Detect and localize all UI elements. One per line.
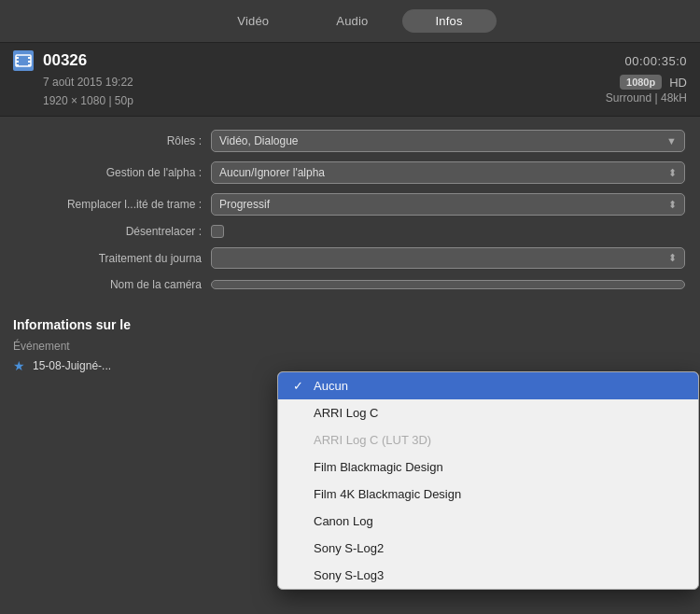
- clip-name: 00326: [43, 51, 87, 70]
- dropdown-item-label: Film 4K Blackmagic Design: [314, 487, 461, 501]
- roles-arrow-icon: ▼: [666, 135, 677, 147]
- clip-date: 7 août 2015 19:22: [43, 76, 133, 89]
- dropdown-item-sony-slog2[interactable]: Sony S-Log2: [278, 535, 698, 562]
- svg-rect-6: [28, 64, 31, 66]
- alpha-value: Aucun/Ignorer l'alpha: [219, 166, 325, 179]
- tab-infos[interactable]: Infos: [402, 9, 497, 33]
- deinterlace-label: Désentrelacer :: [15, 225, 211, 238]
- resolution-text: 1920 × 1080 | 50p: [43, 94, 133, 107]
- roles-label: Rôles :: [15, 134, 211, 147]
- journal-dropdown[interactable]: ⬍: [211, 247, 685, 269]
- svg-rect-5: [28, 61, 31, 63]
- dropdown-item-aucun[interactable]: ✓ Aucun: [278, 372, 698, 399]
- badge-hd: HD: [669, 76, 687, 90]
- dropdown-item-canon-log[interactable]: Canon Log: [278, 508, 698, 535]
- tab-audio[interactable]: Audio: [302, 9, 401, 33]
- interlace-arrow-icon: ⬍: [668, 199, 677, 211]
- tab-video[interactable]: Vidéo: [203, 9, 302, 33]
- alpha-label: Gestion de l'alpha :: [15, 166, 211, 179]
- badge-1080p: 1080p: [620, 75, 662, 90]
- roles-row: Rôles : Vidéo, Dialogue ▼: [0, 130, 700, 152]
- roles-dropdown[interactable]: Vidéo, Dialogue ▼: [211, 130, 685, 152]
- dropdown-item-label: Aucun: [314, 379, 348, 393]
- journal-row: Traitement du journa ⬍: [0, 247, 700, 269]
- info-section-title: Informations sur le: [13, 312, 687, 332]
- roles-value: Vidéo, Dialogue: [219, 134, 299, 147]
- tab-bar: Vidéo Audio Infos: [0, 0, 700, 42]
- event-name: 15-08-Juigné-...: [33, 359, 111, 372]
- journal-arrow-icon: ⬍: [668, 252, 677, 264]
- svg-rect-2: [16, 61, 19, 63]
- dropdown-item-label: ARRI Log C (LUT 3D): [314, 433, 431, 447]
- dropdown-item-label: ARRI Log C: [314, 406, 378, 420]
- interlace-dropdown[interactable]: Progressif ⬍: [211, 193, 685, 216]
- interlace-label: Remplacer l...ité de trame :: [15, 198, 211, 211]
- alpha-arrow-icon: ⬍: [668, 167, 677, 179]
- alpha-row: Gestion de l'alpha : Aucun/Ignorer l'alp…: [0, 161, 700, 184]
- dropdown-item-film-4k-blackmagic[interactable]: Film 4K Blackmagic Design: [278, 481, 698, 508]
- deinterlace-checkbox[interactable]: [211, 225, 224, 238]
- dropdown-item-sony-slog3[interactable]: Sony S-Log3: [278, 562, 698, 589]
- svg-rect-3: [16, 64, 19, 66]
- dropdown-item-label: Sony S-Log3: [314, 568, 384, 582]
- dropdown-item-arri-log-c-lut3d: ARRI Log C (LUT 3D): [278, 426, 698, 454]
- interlace-value: Progressif: [219, 198, 270, 211]
- journal-label: Traitement du journa: [15, 252, 211, 265]
- dropdown-item-label: Sony S-Log2: [314, 541, 384, 555]
- dropdown-item-label: Canon Log: [314, 514, 373, 528]
- camera-label: Nom de la caméra: [15, 278, 211, 291]
- timecode: 00:00:35:0: [625, 54, 687, 68]
- film-icon: [13, 50, 34, 71]
- dropdown-item-film-blackmagic[interactable]: Film Blackmagic Design: [278, 454, 698, 481]
- camera-input[interactable]: [211, 280, 685, 289]
- event-row: Événement: [13, 340, 687, 353]
- dropdown-item-label: Film Blackmagic Design: [314, 460, 443, 474]
- log-dropdown-overlay: ✓ Aucun ARRI Log C ARRI Log C (LUT 3D) F…: [277, 371, 699, 590]
- event-label: Événement: [13, 340, 97, 353]
- checkmark-icon: ✓: [293, 379, 310, 393]
- dropdown-item-arri-log-c[interactable]: ARRI Log C: [278, 399, 698, 426]
- bottom-section: Informations sur le Événement ★ 15-08-Ju…: [0, 312, 700, 373]
- camera-row: Nom de la caméra: [0, 278, 700, 291]
- header-area: 00326 00:00:35:0 7 août 2015 19:22 1080p…: [0, 42, 700, 117]
- alpha-dropdown[interactable]: Aucun/Ignorer l'alpha ⬍: [211, 161, 685, 184]
- interlace-row: Remplacer l...ité de trame : Progressif …: [0, 193, 700, 216]
- deinterlace-row: Désentrelacer :: [0, 225, 700, 238]
- form-area: Rôles : Vidéo, Dialogue ▼ Gestion de l'a…: [0, 117, 700, 308]
- surround-text: Surround | 48kH: [606, 91, 687, 105]
- svg-rect-1: [16, 57, 19, 59]
- star-icon: ★: [13, 358, 25, 373]
- svg-rect-4: [28, 57, 31, 59]
